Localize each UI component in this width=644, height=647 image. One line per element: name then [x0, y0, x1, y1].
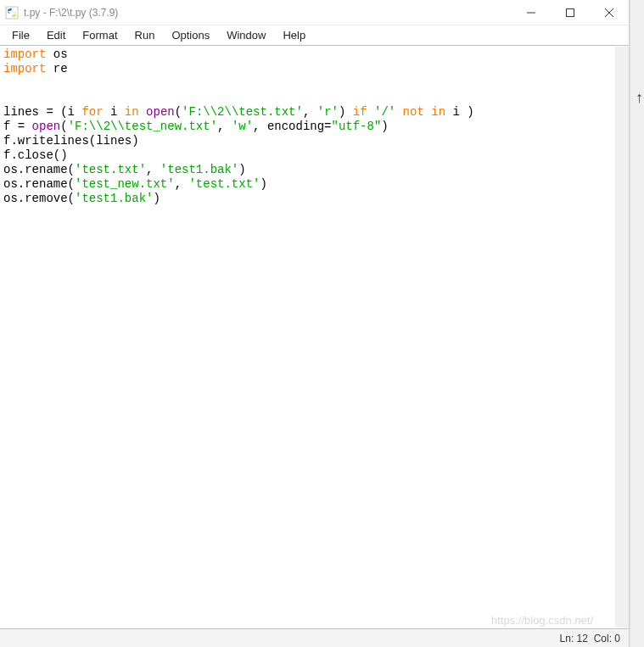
python-idle-icon — [5, 6, 19, 20]
window-controls — [512, 0, 629, 25]
code-line[interactable]: f = open('F:\\2\\test_new.txt', 'w', enc… — [3, 120, 625, 134]
code-line[interactable]: lines = (i for i in open('F:\\2\\test.tx… — [3, 105, 625, 120]
code-line[interactable]: os.rename('test_new.txt', 'test.txt') — [3, 177, 625, 192]
arrow-up-icon: ↑ — [636, 89, 643, 107]
menu-options[interactable]: Options — [163, 27, 218, 43]
code-line[interactable]: os.rename('test.txt', 'test1.bak') — [3, 163, 625, 177]
code-line[interactable] — [3, 91, 625, 105]
statusbar: Ln: 12 Col: 0 — [0, 628, 629, 647]
code-line[interactable] — [3, 76, 625, 91]
window-title: t.py - F:\2\t.py (3.7.9) — [24, 7, 118, 19]
menu-window[interactable]: Window — [218, 27, 274, 43]
menu-run[interactable]: Run — [126, 27, 164, 43]
vertical-scrollbar[interactable] — [615, 47, 629, 627]
col-indicator: Col: 0 — [594, 633, 620, 644]
code-line[interactable]: f.close() — [3, 148, 625, 163]
svg-rect-0 — [6, 7, 18, 19]
code-line[interactable]: f.writelines(lines) — [3, 134, 625, 148]
close-button[interactable] — [590, 0, 629, 25]
svg-rect-2 — [567, 9, 574, 17]
idle-window: t.py - F:\2\t.py (3.7.9) FileEditFormatR… — [0, 0, 630, 647]
minimize-button[interactable] — [512, 0, 551, 25]
menu-edit[interactable]: Edit — [38, 27, 74, 43]
code-line[interactable]: import re — [3, 62, 625, 76]
titlebar: t.py - F:\2\t.py (3.7.9) — [0, 0, 629, 25]
code-editor[interactable]: import osimport re lines = (i for i in o… — [0, 46, 629, 628]
line-indicator: Ln: 12 — [560, 633, 588, 644]
menubar: FileEditFormatRunOptionsWindowHelp — [0, 25, 629, 46]
menu-format[interactable]: Format — [74, 27, 126, 43]
menu-file[interactable]: File — [3, 27, 38, 43]
menu-help[interactable]: Help — [274, 27, 314, 43]
maximize-button[interactable] — [551, 0, 590, 25]
code-line[interactable]: os.remove('test1.bak') — [3, 192, 625, 206]
code-line[interactable]: import os — [3, 47, 625, 62]
